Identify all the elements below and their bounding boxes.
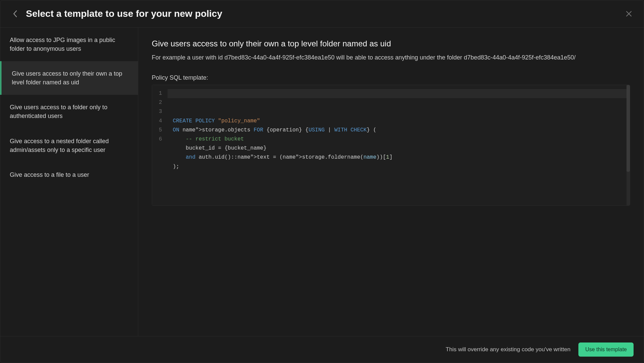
code-scrollbar[interactable] bbox=[627, 85, 630, 205]
detail-description: For example a user with id d7bed83c-44a0… bbox=[152, 53, 630, 62]
close-icon bbox=[625, 10, 632, 17]
detail-title: Give users access to only their own a to… bbox=[152, 39, 630, 48]
sql-code: CREATE POLICY "policy_name"ON name">stor… bbox=[168, 85, 627, 205]
modal-footer: This will override any existing code you… bbox=[0, 336, 644, 363]
modal-title: Select a template to use for your new po… bbox=[26, 8, 624, 19]
template-detail: Give users access to only their own a to… bbox=[138, 28, 644, 336]
sql-template-label: Policy SQL template: bbox=[152, 74, 630, 81]
chevron-left-icon bbox=[13, 10, 17, 17]
modal-body: Allow access to JPG images in a public f… bbox=[0, 28, 644, 336]
template-item-0[interactable]: Allow access to JPG images in a public f… bbox=[0, 28, 138, 61]
sql-code-editor[interactable]: 123456 CREATE POLICY "policy_name"ON nam… bbox=[152, 85, 630, 206]
template-item-2[interactable]: Give users access to a folder only to au… bbox=[0, 95, 138, 128]
scrollbar-thumb[interactable] bbox=[627, 85, 630, 172]
override-warning: This will override any existing code you… bbox=[446, 346, 571, 353]
template-item-3[interactable]: Give access to a nested folder called ad… bbox=[0, 129, 138, 162]
template-sidebar: Allow access to JPG images in a public f… bbox=[0, 28, 138, 336]
policy-template-modal: Select a template to use for your new po… bbox=[0, 0, 644, 363]
line-gutter: 123456 bbox=[152, 85, 168, 205]
template-item-1[interactable]: Give users access to only their own a to… bbox=[0, 61, 138, 95]
close-button[interactable] bbox=[624, 9, 634, 18]
modal-header: Select a template to use for your new po… bbox=[0, 0, 644, 28]
template-item-4[interactable]: Give access to a file to a user bbox=[0, 162, 138, 187]
back-button[interactable] bbox=[10, 9, 20, 18]
use-template-button[interactable]: Use this template bbox=[578, 342, 634, 357]
